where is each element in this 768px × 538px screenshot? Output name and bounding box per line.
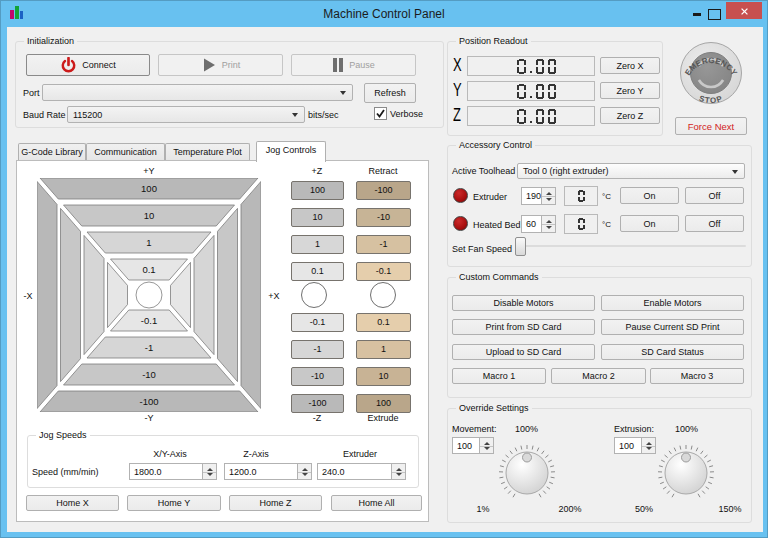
- jog-z-footer: -Z: [302, 413, 332, 423]
- extruder-setpoint-spinbox[interactable]: 190: [521, 187, 556, 205]
- enable-motors-button[interactable]: Enable Motors: [601, 295, 744, 311]
- pause-sd-print-button[interactable]: Pause Current SD Print: [601, 319, 744, 335]
- jog-e-extrude-100[interactable]: 100: [356, 394, 411, 413]
- extruder-off-button[interactable]: Off: [685, 187, 744, 204]
- home-x-button[interactable]: Home X: [26, 495, 119, 511]
- speed-z-spin-arrows[interactable]: [297, 464, 311, 479]
- macro-3-button[interactable]: Macro 3: [650, 368, 744, 384]
- speeds-col-xy: X/Y-Axis: [135, 449, 205, 459]
- print-play-icon: [201, 57, 217, 73]
- jog-e-extrude-10[interactable]: 10: [356, 367, 411, 386]
- jog-x-plus-100[interactable]: [241, 181, 261, 408]
- speed-e-spinbox[interactable]: 240.0: [317, 463, 406, 480]
- extruder-on-button[interactable]: On: [620, 187, 679, 204]
- active-toolhead-label: Active Toolhead: [452, 166, 515, 176]
- zero-x-button[interactable]: Zero X: [600, 57, 660, 74]
- jog-z-minus-100[interactable]: -100: [291, 394, 344, 413]
- extrusion-label: Extrusion:: [614, 424, 654, 434]
- jog-x-minus-100[interactable]: [37, 181, 57, 408]
- heated-bed-spin-arrows[interactable]: [541, 216, 555, 232]
- maximize-button[interactable]: [705, 2, 724, 27]
- movement-spinbox[interactable]: 100: [452, 437, 494, 454]
- jog-z-center[interactable]: [301, 282, 327, 308]
- heated-bed-temp-display: [564, 214, 598, 234]
- verbose-checkbox[interactable]: [374, 107, 387, 120]
- jog-e-retract-10[interactable]: -10: [356, 208, 411, 227]
- speed-e-spin-arrows[interactable]: [391, 464, 405, 479]
- pause-button[interactable]: Pause: [291, 54, 416, 76]
- speed-z-spinbox[interactable]: 1200.0: [224, 463, 312, 480]
- sd-card-status-button[interactable]: SD Card Status: [601, 344, 744, 360]
- jog-x-minus-10[interactable]: [61, 208, 81, 381]
- tab-jog-controls[interactable]: Jog Controls: [256, 141, 326, 162]
- svg-text:0.1: 0.1: [142, 264, 155, 275]
- macro-2-button[interactable]: Macro 2: [551, 368, 646, 384]
- speed-xy-spinbox[interactable]: 1800.0: [129, 463, 217, 480]
- close-button[interactable]: [726, 2, 762, 19]
- speeds-col-z: Z-Axis: [221, 449, 291, 459]
- force-next-button[interactable]: Force Next: [675, 117, 747, 135]
- jog-e-extrude-01[interactable]: 0.1: [356, 313, 411, 332]
- jog-z-minus-1[interactable]: -1: [291, 340, 344, 359]
- jog-x-minus-1[interactable]: [84, 235, 104, 354]
- jog-e-center[interactable]: [370, 282, 396, 308]
- jog-e-retract-1[interactable]: -1: [356, 235, 411, 254]
- position-z-display: [467, 106, 595, 126]
- refresh-button[interactable]: Refresh: [364, 83, 416, 103]
- emergency-stop-button[interactable]: EMERGENCY STOP: [679, 41, 743, 105]
- home-all-button[interactable]: Home All: [331, 495, 422, 511]
- macro-1-button[interactable]: Macro 1: [452, 368, 546, 384]
- jog-z-minus-10[interactable]: -10: [291, 367, 344, 386]
- jog-xy-center[interactable]: [136, 282, 162, 308]
- print-from-sd-button[interactable]: Print from SD Card: [452, 319, 595, 335]
- active-toolhead-combobox[interactable]: Tool 0 (right extruder): [517, 163, 745, 179]
- movement-label: Movement:: [452, 424, 497, 434]
- jog-speeds-label: Jog Speeds: [36, 430, 90, 440]
- baud-rate-combobox[interactable]: 115200: [67, 106, 305, 123]
- jog-x-plus-10[interactable]: [218, 208, 238, 381]
- fan-speed-slider-handle[interactable]: [515, 237, 526, 256]
- set-fan-speed-label: Set Fan Speed: [452, 244, 512, 254]
- connect-button[interactable]: Connect: [26, 54, 150, 76]
- home-z-button[interactable]: Home Z: [229, 495, 322, 511]
- minimize-button[interactable]: [689, 2, 705, 27]
- movement-spin-arrows[interactable]: [479, 438, 493, 453]
- movement-top-label: 100%: [504, 424, 549, 434]
- jog-z-minus-01[interactable]: -0.1: [291, 313, 344, 332]
- jog-xy-control[interactable]: 100 10 1 0.1 -0.1 -1 -10 -100: [37, 178, 261, 412]
- upload-to-sd-button[interactable]: Upload to SD Card: [452, 344, 595, 360]
- jog-z-plus-1[interactable]: 1: [291, 235, 344, 254]
- tab-communication[interactable]: Communication: [86, 143, 165, 160]
- baud-rate-label: Baud Rate: [23, 110, 66, 120]
- svg-text:-0.1: -0.1: [141, 315, 157, 326]
- jog-z-plus-10[interactable]: 10: [291, 208, 344, 227]
- home-y-button[interactable]: Home Y: [127, 495, 221, 511]
- toolhead-dropdown-arrow-icon: [732, 170, 738, 174]
- tab-temperature-plot[interactable]: Temperature Plot: [165, 143, 250, 160]
- window: Machine Control Panel Initialization Con…: [0, 0, 768, 538]
- extrusion-spin-arrows[interactable]: [641, 438, 655, 453]
- disable-motors-button[interactable]: Disable Motors: [452, 295, 595, 311]
- speed-xy-spin-arrows[interactable]: [202, 464, 216, 479]
- extrusion-spinbox[interactable]: 100: [614, 437, 656, 454]
- jog-e-retract-100[interactable]: -100: [356, 181, 411, 200]
- jog-z-plus-100[interactable]: 100: [291, 181, 344, 200]
- print-button[interactable]: Print: [158, 54, 283, 76]
- zero-z-button[interactable]: Zero Z: [600, 107, 660, 124]
- extruder-spin-arrows[interactable]: [541, 188, 555, 204]
- jog-axis-minus-y: -Y: [139, 413, 159, 423]
- jog-x-plus-1[interactable]: [194, 235, 214, 354]
- heated-bed-on-button[interactable]: On: [620, 215, 679, 232]
- jog-z-plus-01[interactable]: 0.1: [291, 262, 344, 281]
- tab-gcode-library[interactable]: G-Code Library: [18, 143, 86, 160]
- jog-e-retract-01[interactable]: -0.1: [356, 262, 411, 281]
- movement-dial[interactable]: [497, 443, 557, 503]
- heated-bed-setpoint-spinbox[interactable]: 60: [521, 215, 556, 233]
- zero-y-button[interactable]: Zero Y: [600, 82, 660, 99]
- extrusion-dial[interactable]: [656, 443, 716, 503]
- jog-e-extrude-1[interactable]: 1: [356, 340, 411, 359]
- heated-bed-off-button[interactable]: Off: [685, 215, 744, 232]
- fan-speed-slider-track[interactable]: [518, 245, 746, 247]
- app-icon: [9, 6, 25, 22]
- port-combobox[interactable]: [42, 84, 353, 101]
